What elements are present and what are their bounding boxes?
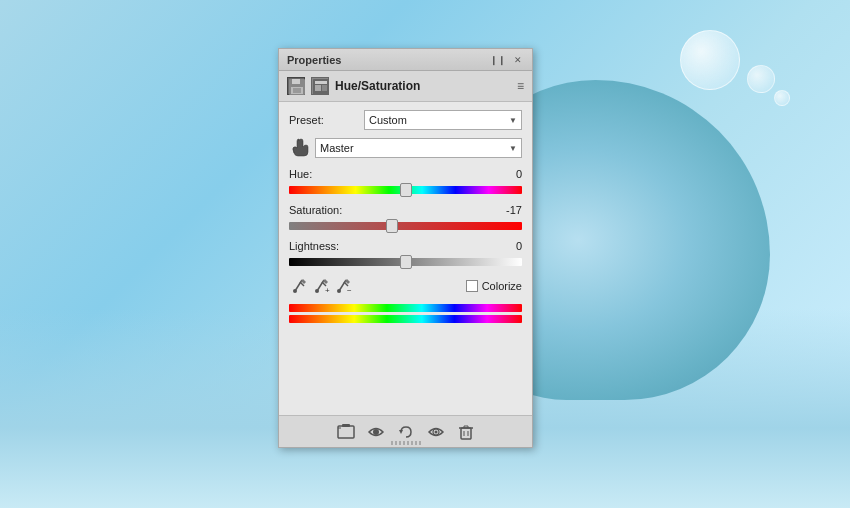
svg-point-22 [373,429,379,435]
preset-value: Custom [369,114,407,126]
lightness-section: Lightness: 0 [289,240,522,270]
panel-spacer [279,335,532,415]
svg-rect-5 [315,81,327,84]
snapshot-icon[interactable] [336,422,356,442]
svg-rect-1 [292,79,300,84]
hue-section: Hue: 0 [289,168,522,198]
preset-label: Preset: [289,114,364,126]
spectrum-section [289,304,522,323]
hue-slider[interactable] [289,182,522,198]
spectrum-bottom-bar [289,315,522,323]
panel-menu-icon[interactable]: ≡ [517,79,524,93]
svg-text:+: + [325,286,330,295]
reset-icon[interactable] [396,422,416,442]
tools-colorize-row: + − Colorize [289,276,522,296]
saturation-label: Saturation: [289,204,342,216]
preset-dropdown-arrow: ▼ [509,116,517,125]
panel-header-title: Hue/Saturation [335,79,420,93]
layer-icon[interactable] [311,77,329,95]
channel-dropdown[interactable]: Master ▼ [315,138,522,158]
svg-rect-7 [322,85,327,91]
colorize-label: Colorize [482,280,522,292]
eyedropper-tool[interactable] [289,276,309,296]
preset-dropdown[interactable]: Custom ▼ [364,110,522,130]
lightness-thumb[interactable] [400,255,412,269]
eyedropper-add-tool[interactable]: + [311,276,331,296]
saturation-thumb[interactable] [386,219,398,233]
panel-title: Properties [287,54,341,66]
saturation-slider[interactable] [289,218,522,234]
panel-titlebar: Properties ❙❙ ✕ [279,49,532,71]
hue-thumb[interactable] [400,183,412,197]
svg-marker-23 [399,430,403,434]
delete-icon[interactable] [456,422,476,442]
background-bubble-3 [774,90,790,106]
svg-point-9 [293,289,297,293]
saturation-value: -17 [506,204,522,216]
saturation-bar [289,222,522,230]
channel-value: Master [320,142,354,154]
lightness-value: 0 [516,240,522,252]
save-icon[interactable] [287,77,305,95]
svg-rect-3 [293,88,301,93]
tools-left: + − [289,276,353,296]
spectrum-top-bar [289,304,522,312]
properties-panel: Properties ❙❙ ✕ Hue/Saturation [278,48,533,448]
preview-icon[interactable] [426,422,446,442]
saturation-section: Saturation: -17 [289,204,522,234]
panel-footer-wrapper [279,415,532,447]
resize-grip[interactable] [391,441,421,445]
svg-text:−: − [347,286,352,295]
hand-tool-icon[interactable] [289,136,313,160]
svg-rect-6 [315,85,321,91]
close-button[interactable]: ✕ [512,55,524,65]
background-bubble-1 [680,30,740,90]
background-bubble-2 [747,65,775,93]
lightness-header: Lightness: 0 [289,240,522,252]
lightness-label: Lightness: [289,240,339,252]
channel-row: Master ▼ [289,136,522,160]
svg-point-16 [337,289,341,293]
panel-body: Preset: Custom ▼ Master ▼ Hue: [279,102,532,335]
lightness-slider[interactable] [289,254,522,270]
hue-value: 0 [516,168,522,180]
svg-point-12 [315,289,319,293]
svg-rect-26 [461,428,471,439]
eyedropper-subtract-tool[interactable]: − [333,276,353,296]
channel-dropdown-arrow: ▼ [509,144,517,153]
saturation-header: Saturation: -17 [289,204,522,216]
svg-point-25 [434,430,437,433]
visibility-icon[interactable] [366,422,386,442]
svg-rect-20 [342,424,350,427]
colorize-checkbox[interactable] [466,280,478,292]
hue-header: Hue: 0 [289,168,522,180]
panel-header: Hue/Saturation ≡ [279,71,532,102]
minimize-button[interactable]: ❙❙ [488,55,508,65]
preset-row: Preset: Custom ▼ [289,110,522,130]
hue-label: Hue: [289,168,312,180]
colorize-row: Colorize [466,280,522,292]
titlebar-controls: ❙❙ ✕ [488,55,524,65]
